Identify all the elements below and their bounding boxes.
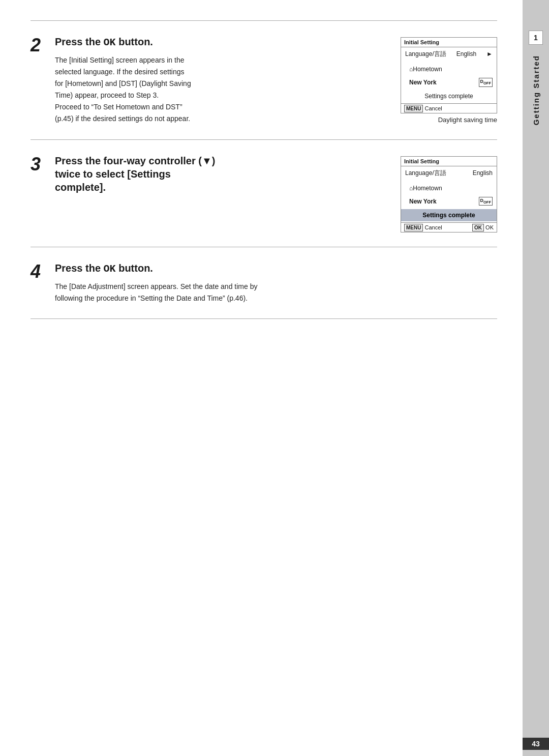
step-2-number: 2 [30, 35, 55, 125]
screen2-cancel-label: Cancel [425, 224, 442, 230]
screen1-settings-complete: Settings complete [401, 90, 497, 102]
step-3-section: 3 Press the four-way controller (▼) twic… [30, 139, 497, 247]
screen2-settings-complete: Settings complete [401, 209, 497, 221]
step-4-text: Press the OK button. The [Date Adjustmen… [55, 261, 497, 304]
screen2-hometown-value: New York [409, 197, 437, 206]
screen1-title: Initial Setting [401, 38, 497, 47]
screen1-hometown-label: ⌂Hometown [401, 63, 497, 76]
screen2-menu-cancel: MENU Cancel [404, 224, 442, 230]
screen1-arrow: ► [486, 49, 493, 59]
screen2-ok-area: OK OK [472, 224, 494, 230]
step-3-text: Press the four-way controller (▼) twice … [55, 154, 390, 199]
screen2-language-label: Language/言語 [405, 168, 446, 178]
page-number: 43 [523, 738, 549, 750]
step-2-heading: Press the OK button. [55, 35, 390, 49]
step-2-text: Press the OK button. The [Initial Settin… [55, 35, 390, 125]
step-3-heading-line1: Press the four-way controller (▼) [55, 155, 215, 166]
screen2-hometown-row: New York DOFF [401, 195, 497, 208]
screen2-bottom-bar: MENU Cancel OK OK [401, 222, 497, 232]
step-3-heading: Press the four-way controller (▼) twice … [55, 154, 390, 194]
screen1-bottom-bar: MENU Cancel [401, 103, 497, 113]
screen1-language-value: English [456, 49, 476, 59]
menu-btn-2: MENU [404, 224, 423, 231]
screen-mockup-2: Initial Setting Language/言語 English ⌂Hom… [401, 156, 497, 232]
ok-word-2: OK [104, 37, 116, 48]
dst-icon-1: DOFF [479, 78, 493, 86]
step-2-desc: The [Initial Setting] screen appears in … [55, 54, 390, 125]
screen2-ok-label: OK [485, 224, 494, 230]
step-4-desc-line2: following the procedure in “Setting the … [55, 294, 248, 302]
step-2-caption: Daylight saving time [401, 116, 497, 124]
main-content: 2 Press the OK button. The [Initial Sett… [0, 0, 523, 756]
dst-icon-2: DOFF [479, 197, 493, 206]
screen1-hometown-value: New York [409, 78, 437, 87]
screen-mockup-1: Initial Setting Language/言語 English ► ⌂H… [401, 37, 497, 113]
menu-btn-1: MENU [404, 105, 423, 112]
screen2-language-row: Language/言語 English [401, 166, 497, 180]
step-4-section: 4 Press the OK button. The [Date Adjustm… [30, 247, 497, 319]
screen1-language-label: Language/言語 [405, 49, 446, 59]
step-2-screen-area: Initial Setting Language/言語 English ► ⌂H… [401, 35, 497, 124]
screen1-hometown-row: New York DOFF [401, 76, 497, 89]
page-wrapper: 2 Press the OK button. The [Initial Sett… [0, 0, 549, 756]
step-3-body: Press the four-way controller (▼) twice … [55, 154, 497, 232]
step-2-body: Press the OK button. The [Initial Settin… [55, 35, 497, 125]
step-3-heading-line2: twice to select [Settings [55, 168, 171, 180]
side-tab-number: 1 [529, 31, 543, 45]
step-3-heading-line3: complete]. [55, 182, 106, 193]
step-2-section: 2 Press the OK button. The [Initial Sett… [30, 20, 497, 139]
screen1-language-row: Language/言語 English ► [401, 47, 497, 61]
ok-word-4: OK [104, 263, 116, 275]
step-3-number: 3 [30, 154, 55, 232]
screen1-cancel-label: Cancel [425, 105, 442, 111]
screen2-language-value: English [473, 168, 493, 178]
step-4-desc-line1: The [Date Adjustment] screen appears. Se… [55, 282, 257, 290]
screen2-title: Initial Setting [401, 157, 497, 166]
side-tab-text: Getting Started [532, 55, 540, 125]
step-4-number: 4 [30, 261, 55, 304]
step-4-heading: Press the OK button. [55, 261, 497, 276]
step-4-body: Press the OK button. The [Date Adjustmen… [55, 261, 497, 304]
step-4-desc: The [Date Adjustment] screen appears. Se… [55, 281, 497, 304]
side-tab: 1 Getting Started 43 [523, 0, 549, 756]
screen2-hometown-label: ⌂Hometown [401, 182, 497, 195]
ok-btn-2: OK [472, 224, 484, 231]
screen1-menu-btn: MENU Cancel [404, 105, 442, 111]
